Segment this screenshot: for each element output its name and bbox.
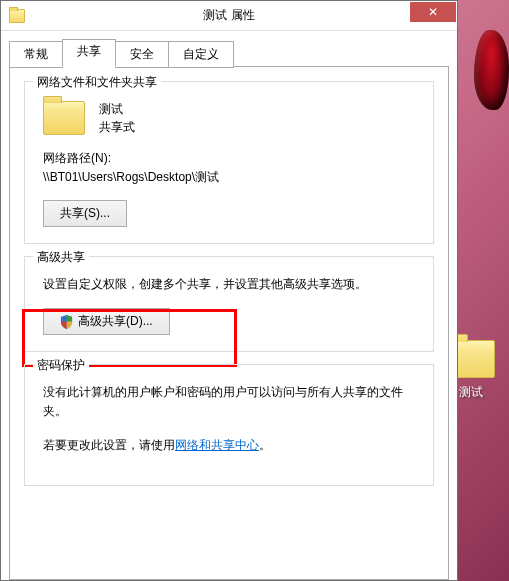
- advanced-share-button-label: 高级共享(D)...: [78, 313, 153, 330]
- tabs: 常规 共享 安全 自定义: [9, 39, 449, 66]
- tab-security[interactable]: 安全: [115, 41, 169, 68]
- advanced-description: 设置自定义权限，创建多个共享，并设置其他高级共享选项。: [43, 275, 415, 294]
- close-icon: ✕: [428, 5, 438, 19]
- password-note: 若要更改此设置，请使用网络和共享中心。: [43, 436, 415, 455]
- group-title-network: 网络文件和文件夹共享: [33, 74, 161, 91]
- folder-summary: 测试 共享式: [43, 100, 421, 136]
- folder-texts: 测试 共享式: [99, 100, 135, 136]
- network-path-value: \\BT01\Users\Rogs\Desktop\测试: [43, 169, 421, 186]
- tab-custom[interactable]: 自定义: [168, 41, 234, 68]
- password-note-suffix: 。: [259, 438, 271, 452]
- tab-general[interactable]: 常规: [9, 41, 63, 68]
- password-description: 没有此计算机的用户帐户和密码的用户可以访问与所有人共享的文件夹。: [43, 383, 415, 421]
- uac-shield-icon: [60, 315, 73, 329]
- group-password-protection: 密码保护 没有此计算机的用户帐户和密码的用户可以访问与所有人共享的文件夹。 若要…: [24, 364, 434, 486]
- advanced-share-button[interactable]: 高级共享(D)...: [43, 308, 170, 335]
- tab-sharing[interactable]: 共享: [62, 39, 116, 67]
- share-status: 共享式: [99, 118, 135, 136]
- network-path-label: 网络路径(N):: [43, 150, 421, 167]
- folder-icon: [9, 9, 25, 23]
- properties-dialog: 测试 属性 ✕ 常规 共享 安全 自定义 网络文件和文件夹共享 测试 共享式: [0, 0, 458, 581]
- dialog-title: 测试 属性: [203, 7, 254, 24]
- password-note-prefix: 若要更改此设置，请使用: [43, 438, 175, 452]
- folder-name: 测试: [99, 100, 135, 118]
- tab-area: 常规 共享 安全 自定义 网络文件和文件夹共享 测试 共享式 网络路径(N): …: [1, 31, 457, 580]
- network-sharing-center-link[interactable]: 网络和共享中心: [175, 438, 259, 452]
- share-button[interactable]: 共享(S)...: [43, 200, 127, 227]
- group-title-password: 密码保护: [33, 357, 89, 374]
- tab-content-sharing: 网络文件和文件夹共享 测试 共享式 网络路径(N): \\BT01\Users\…: [9, 66, 449, 580]
- share-button-label: 共享(S)...: [60, 205, 110, 222]
- close-button[interactable]: ✕: [410, 2, 456, 22]
- titlebar: 测试 属性 ✕: [1, 1, 457, 31]
- group-network-sharing: 网络文件和文件夹共享 测试 共享式 网络路径(N): \\BT01\Users\…: [24, 81, 434, 244]
- folder-icon: [43, 101, 85, 135]
- group-advanced-sharing: 高级共享 设置自定义权限，创建多个共享，并设置其他高级共享选项。 高级共享(D)…: [24, 256, 434, 352]
- group-title-advanced: 高级共享: [33, 249, 89, 266]
